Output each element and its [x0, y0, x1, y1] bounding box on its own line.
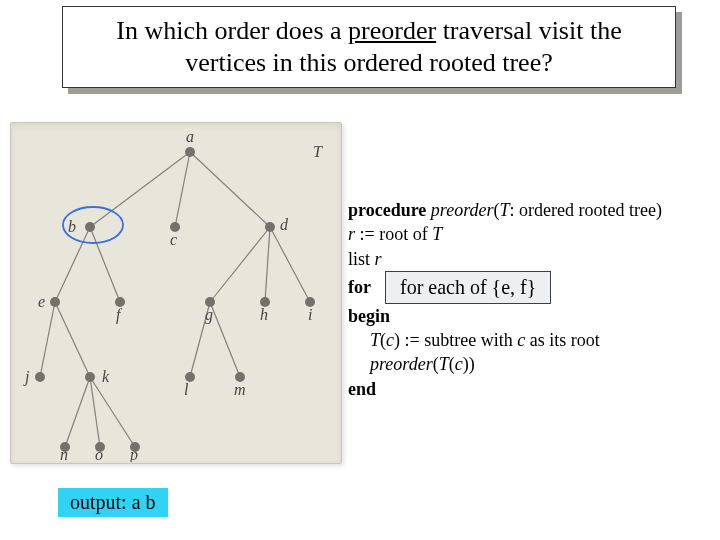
- node-label-a: a: [186, 128, 194, 145]
- pseudocode-block: procedure preorder(T: ordered rooted tre…: [348, 198, 708, 401]
- output-text: output: a b: [70, 491, 156, 513]
- l7-name: preorder: [370, 354, 433, 374]
- node-label-c: c: [170, 231, 177, 248]
- node-label-j: j: [23, 368, 30, 386]
- svg-point-16: [85, 222, 95, 232]
- output-box: output: a b: [58, 488, 168, 517]
- node-label-d: d: [280, 216, 289, 233]
- tree-label-T: T: [313, 143, 323, 160]
- svg-line-1: [175, 152, 190, 227]
- svg-point-15: [185, 147, 195, 157]
- l2-T: T: [432, 224, 442, 244]
- node-label-i: i: [308, 306, 312, 323]
- node-label-h: h: [260, 306, 268, 323]
- svg-line-2: [190, 152, 270, 227]
- kw-procedure: procedure: [348, 200, 426, 220]
- svg-point-18: [265, 222, 275, 232]
- title-pre: In which order does a: [116, 16, 348, 45]
- l6-c1: c: [386, 330, 394, 350]
- svg-line-8: [40, 302, 55, 377]
- l3-list: list: [348, 249, 375, 269]
- node-label-f: f: [116, 306, 123, 324]
- pseudo-line-3: list r: [348, 247, 708, 271]
- pseudo-line-8: end: [348, 377, 708, 401]
- node-label-e: e: [38, 293, 45, 310]
- title-underlined: preorder: [348, 16, 436, 45]
- svg-line-5: [210, 227, 270, 302]
- svg-line-11: [210, 302, 240, 377]
- node-label-g: g: [205, 306, 213, 324]
- pseudo-line-7: preorder(T(c)): [348, 352, 708, 376]
- pseudo-line-2: r := root of T: [348, 222, 708, 246]
- kw-begin: begin: [348, 306, 390, 326]
- slide: In which order does a preorder traversal…: [0, 0, 720, 540]
- node-label-n: n: [60, 446, 68, 462]
- svg-line-9: [55, 302, 90, 377]
- node-label-p: p: [129, 446, 138, 462]
- pseudo-line-5: begin: [348, 304, 708, 328]
- pseudo-line-1: procedure preorder(T: ordered rooted tre…: [348, 198, 708, 222]
- svg-line-12: [65, 377, 90, 447]
- title-text: In which order does a preorder traversal…: [73, 15, 665, 80]
- l7-close: )): [463, 354, 475, 374]
- l7-T: T: [439, 354, 449, 374]
- svg-point-19: [50, 297, 60, 307]
- title-box: In which order does a preorder traversal…: [62, 6, 676, 88]
- svg-line-6: [265, 227, 270, 302]
- l6-end: as its root: [525, 330, 600, 350]
- l6-T: T: [370, 330, 380, 350]
- for-overlay-box: for each of {e, f}: [385, 271, 551, 304]
- svg-line-0: [90, 152, 190, 227]
- pseudo-line-4: for for each of {e, f}: [348, 271, 708, 304]
- l7-c: c: [455, 354, 463, 374]
- l3-r: r: [375, 249, 382, 269]
- node-label-l: l: [184, 381, 189, 398]
- svg-point-24: [35, 372, 45, 382]
- svg-point-25: [85, 372, 95, 382]
- svg-line-7: [270, 227, 310, 302]
- node-label-m: m: [234, 381, 246, 398]
- svg-line-14: [90, 377, 135, 447]
- l1-T: T: [500, 200, 510, 220]
- kw-for: for: [348, 275, 371, 299]
- l6-c2: c: [517, 330, 525, 350]
- l1-rest: : ordered rooted tree): [510, 200, 662, 220]
- l6-mid: ) := subtree with: [394, 330, 517, 350]
- pseudo-line-6: T(c) := subtree with c as its root: [348, 328, 708, 352]
- kw-end: end: [348, 379, 376, 399]
- proc-name: preorder: [431, 200, 494, 220]
- node-label-b: b: [68, 218, 76, 235]
- l2-r: r: [348, 224, 355, 244]
- tree-diagram: a T b c d e f g h i j k l m n o p: [10, 122, 340, 462]
- svg-line-4: [90, 227, 120, 302]
- node-label-k: k: [102, 368, 110, 385]
- l2-assign: := root of: [355, 224, 432, 244]
- node-label-o: o: [95, 446, 103, 462]
- svg-line-13: [90, 377, 100, 447]
